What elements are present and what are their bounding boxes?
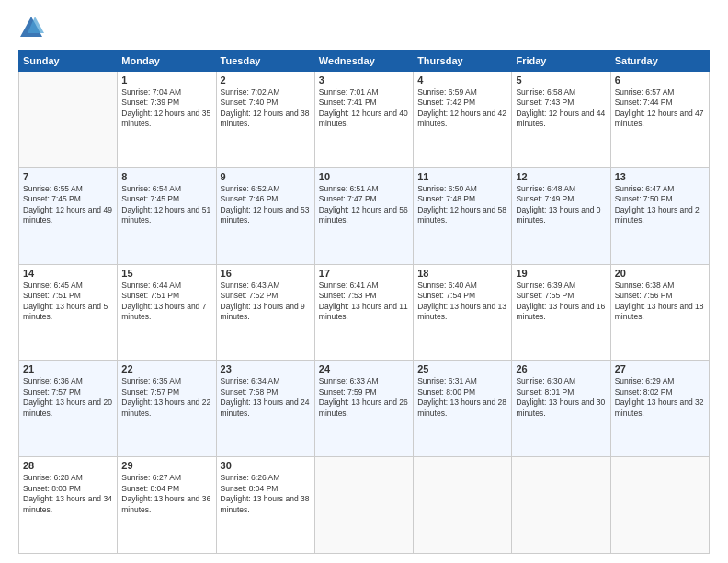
calendar-day-cell: 28Sunrise: 6:28 AMSunset: 8:03 PMDayligh… xyxy=(19,457,118,554)
day-info: Sunrise: 6:52 AMSunset: 7:46 PMDaylight:… xyxy=(221,184,311,226)
calendar-table: SundayMondayTuesdayWednesdayThursdayFrid… xyxy=(18,50,710,554)
day-info: Sunrise: 6:36 AMSunset: 7:57 PMDaylight:… xyxy=(23,376,113,419)
calendar-day-cell: 16Sunrise: 6:43 AMSunset: 7:52 PMDayligh… xyxy=(216,264,314,361)
day-info: Sunrise: 6:34 AMSunset: 7:58 PMDaylight:… xyxy=(221,376,311,419)
day-number: 17 xyxy=(319,268,409,279)
calendar-day-cell: 11Sunrise: 6:50 AMSunset: 7:48 PMDayligh… xyxy=(414,167,512,264)
calendar-day-cell: 10Sunrise: 6:51 AMSunset: 7:47 PMDayligh… xyxy=(314,167,413,264)
calendar-day-cell: 5Sunrise: 6:58 AMSunset: 7:43 PMDaylight… xyxy=(512,72,610,168)
day-info: Sunrise: 6:41 AMSunset: 7:53 PMDaylight:… xyxy=(319,281,409,323)
day-info: Sunrise: 6:29 AMSunset: 8:02 PMDaylight:… xyxy=(615,376,705,419)
day-info: Sunrise: 6:31 AMSunset: 8:00 PMDaylight:… xyxy=(417,376,507,419)
day-info: Sunrise: 6:45 AMSunset: 7:51 PMDaylight:… xyxy=(23,281,113,323)
calendar-day-cell: 20Sunrise: 6:38 AMSunset: 7:56 PMDayligh… xyxy=(610,264,709,361)
weekday-header: Thursday xyxy=(414,51,512,72)
day-number: 3 xyxy=(319,75,409,86)
weekday-header: Saturday xyxy=(610,51,709,72)
calendar-week-row: 14Sunrise: 6:45 AMSunset: 7:51 PMDayligh… xyxy=(19,264,710,361)
day-number: 20 xyxy=(615,268,705,279)
day-number: 14 xyxy=(23,268,113,279)
day-number: 22 xyxy=(121,363,211,374)
header xyxy=(18,15,710,40)
calendar-week-row: 28Sunrise: 6:28 AMSunset: 8:03 PMDayligh… xyxy=(19,457,710,554)
day-info: Sunrise: 6:55 AMSunset: 7:45 PMDaylight:… xyxy=(23,184,113,226)
day-info: Sunrise: 6:58 AMSunset: 7:43 PMDaylight:… xyxy=(516,87,606,130)
calendar-day-cell: 30Sunrise: 6:26 AMSunset: 8:04 PMDayligh… xyxy=(216,457,314,554)
day-number: 21 xyxy=(23,363,113,374)
calendar-week-row: 1Sunrise: 7:04 AMSunset: 7:39 PMDaylight… xyxy=(19,72,710,168)
day-number: 6 xyxy=(615,75,705,86)
day-number: 15 xyxy=(121,268,211,279)
day-number: 5 xyxy=(516,75,606,86)
day-info: Sunrise: 6:39 AMSunset: 7:55 PMDaylight:… xyxy=(516,281,606,323)
calendar-day-cell: 18Sunrise: 6:40 AMSunset: 7:54 PMDayligh… xyxy=(414,264,512,361)
day-number: 23 xyxy=(221,363,311,374)
day-number: 13 xyxy=(615,171,705,182)
weekday-header: Wednesday xyxy=(314,51,413,72)
day-info: Sunrise: 7:01 AMSunset: 7:41 PMDaylight:… xyxy=(319,87,409,130)
calendar-day-cell xyxy=(512,457,610,554)
day-number: 27 xyxy=(615,363,705,374)
day-number: 10 xyxy=(319,171,409,182)
calendar-day-cell: 25Sunrise: 6:31 AMSunset: 8:00 PMDayligh… xyxy=(414,361,512,457)
day-number: 4 xyxy=(417,75,507,86)
day-number: 29 xyxy=(121,460,211,471)
day-info: Sunrise: 6:43 AMSunset: 7:52 PMDaylight:… xyxy=(221,281,311,323)
day-info: Sunrise: 6:26 AMSunset: 8:04 PMDaylight:… xyxy=(221,473,311,515)
day-info: Sunrise: 6:51 AMSunset: 7:47 PMDaylight:… xyxy=(319,184,409,226)
day-info: Sunrise: 6:38 AMSunset: 7:56 PMDaylight:… xyxy=(615,281,705,323)
calendar-day-cell: 17Sunrise: 6:41 AMSunset: 7:53 PMDayligh… xyxy=(314,264,413,361)
calendar-week-row: 21Sunrise: 6:36 AMSunset: 7:57 PMDayligh… xyxy=(19,361,710,457)
calendar-day-cell: 27Sunrise: 6:29 AMSunset: 8:02 PMDayligh… xyxy=(610,361,709,457)
day-info: Sunrise: 6:47 AMSunset: 7:50 PMDaylight:… xyxy=(615,184,705,226)
day-number: 9 xyxy=(221,171,311,182)
day-info: Sunrise: 6:54 AMSunset: 7:45 PMDaylight:… xyxy=(121,184,211,226)
calendar-day-cell: 7Sunrise: 6:55 AMSunset: 7:45 PMDaylight… xyxy=(19,167,118,264)
calendar-day-cell: 4Sunrise: 6:59 AMSunset: 7:42 PMDaylight… xyxy=(414,72,512,168)
day-info: Sunrise: 6:27 AMSunset: 8:04 PMDaylight:… xyxy=(121,473,211,515)
weekday-header: Sunday xyxy=(19,51,118,72)
calendar-day-cell: 15Sunrise: 6:44 AMSunset: 7:51 PMDayligh… xyxy=(118,264,216,361)
calendar-day-cell: 13Sunrise: 6:47 AMSunset: 7:50 PMDayligh… xyxy=(610,167,709,264)
day-number: 8 xyxy=(121,171,211,182)
calendar-day-cell: 21Sunrise: 6:36 AMSunset: 7:57 PMDayligh… xyxy=(19,361,118,457)
day-number: 18 xyxy=(417,268,507,279)
day-number: 2 xyxy=(221,75,311,86)
day-info: Sunrise: 6:33 AMSunset: 7:59 PMDaylight:… xyxy=(319,376,409,419)
calendar-day-cell xyxy=(314,457,413,554)
calendar-day-cell xyxy=(19,72,118,168)
day-info: Sunrise: 6:28 AMSunset: 8:03 PMDaylight:… xyxy=(23,473,113,515)
day-info: Sunrise: 6:35 AMSunset: 7:57 PMDaylight:… xyxy=(121,376,211,419)
day-number: 16 xyxy=(221,268,311,279)
calendar-day-cell: 1Sunrise: 7:04 AMSunset: 7:39 PMDaylight… xyxy=(118,72,216,168)
day-number: 24 xyxy=(319,363,409,374)
logo xyxy=(18,15,50,40)
day-number: 26 xyxy=(516,363,606,374)
calendar-day-cell: 22Sunrise: 6:35 AMSunset: 7:57 PMDayligh… xyxy=(118,361,216,457)
day-info: Sunrise: 6:30 AMSunset: 8:01 PMDaylight:… xyxy=(516,376,606,419)
calendar-day-cell: 3Sunrise: 7:01 AMSunset: 7:41 PMDaylight… xyxy=(314,72,413,168)
calendar-day-cell: 9Sunrise: 6:52 AMSunset: 7:46 PMDaylight… xyxy=(216,167,314,264)
page: SundayMondayTuesdayWednesdayThursdayFrid… xyxy=(0,0,728,563)
day-number: 25 xyxy=(417,363,507,374)
day-info: Sunrise: 7:04 AMSunset: 7:39 PMDaylight:… xyxy=(121,87,211,130)
day-number: 19 xyxy=(516,268,606,279)
calendar-day-cell: 19Sunrise: 6:39 AMSunset: 7:55 PMDayligh… xyxy=(512,264,610,361)
calendar-day-cell: 2Sunrise: 7:02 AMSunset: 7:40 PMDaylight… xyxy=(216,72,314,168)
calendar-day-cell: 26Sunrise: 6:30 AMSunset: 8:01 PMDayligh… xyxy=(512,361,610,457)
day-number: 11 xyxy=(417,171,507,182)
weekday-header: Tuesday xyxy=(216,51,314,72)
calendar-day-cell xyxy=(414,457,512,554)
calendar-day-cell: 29Sunrise: 6:27 AMSunset: 8:04 PMDayligh… xyxy=(118,457,216,554)
day-number: 28 xyxy=(23,460,113,471)
day-info: Sunrise: 7:02 AMSunset: 7:40 PMDaylight:… xyxy=(221,87,311,130)
calendar-header-row: SundayMondayTuesdayWednesdayThursdayFrid… xyxy=(19,51,710,72)
calendar-day-cell: 14Sunrise: 6:45 AMSunset: 7:51 PMDayligh… xyxy=(19,264,118,361)
day-number: 12 xyxy=(516,171,606,182)
day-info: Sunrise: 6:48 AMSunset: 7:49 PMDaylight:… xyxy=(516,184,606,226)
calendar-day-cell: 6Sunrise: 6:57 AMSunset: 7:44 PMDaylight… xyxy=(610,72,709,168)
calendar-day-cell: 24Sunrise: 6:33 AMSunset: 7:59 PMDayligh… xyxy=(314,361,413,457)
day-info: Sunrise: 6:59 AMSunset: 7:42 PMDaylight:… xyxy=(417,87,507,130)
logo-icon xyxy=(18,15,44,40)
day-number: 30 xyxy=(221,460,311,471)
